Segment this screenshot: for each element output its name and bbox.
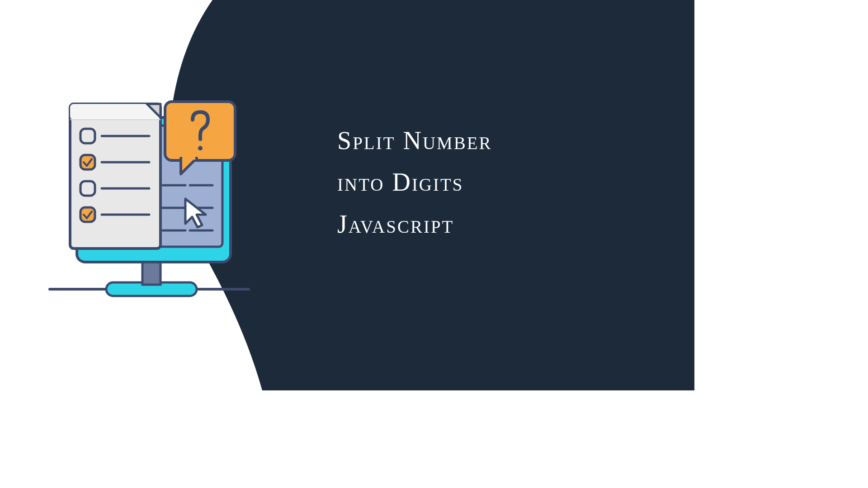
svg-rect-12 [80,155,95,169]
title-line-2: into Digits [337,168,464,196]
svg-rect-9 [70,104,160,120]
svg-rect-8 [70,104,160,249]
title-line-1: Split Number [337,127,492,155]
computer-illustration [45,90,253,316]
svg-rect-16 [80,207,95,222]
svg-point-19 [198,146,203,150]
svg-rect-2 [142,260,160,285]
title-line-3: Javascript [337,210,454,238]
page-title: Split Number into Digits Javascript [337,120,654,245]
